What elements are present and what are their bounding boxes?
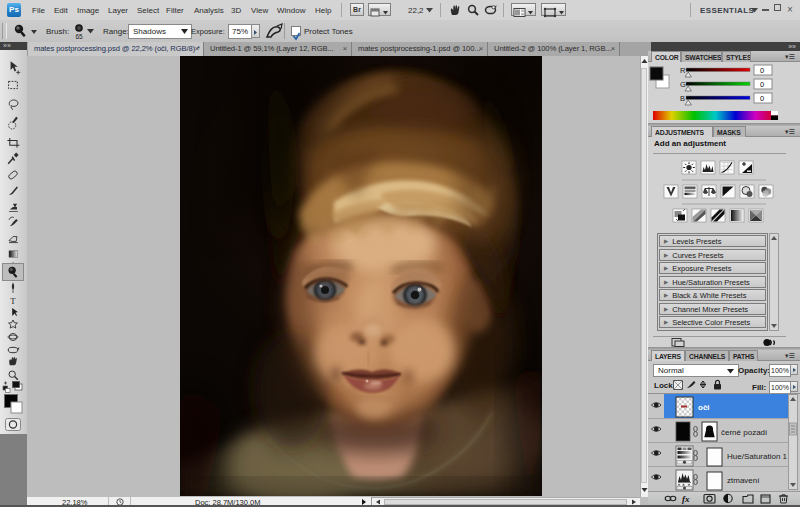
- svg-text:oči: oči: [698, 403, 710, 412]
- svg-text:černé pozadí: černé pozadí: [721, 428, 768, 437]
- svg-text:Hue/Saturation 1: Hue/Saturation 1: [727, 452, 788, 461]
- svg-text:0: 0: [760, 80, 764, 89]
- svg-text:0: 0: [760, 66, 764, 75]
- svg-text:fx: fx: [682, 494, 690, 504]
- svg-text:ztmavení: ztmavení: [727, 476, 760, 485]
- svg-text:R: R: [680, 66, 686, 75]
- svg-text:0: 0: [760, 94, 764, 103]
- svg-text:65: 65: [75, 33, 83, 40]
- svg-text:T: T: [10, 296, 16, 306]
- svg-text:B: B: [680, 94, 685, 103]
- svg-text:G: G: [680, 80, 686, 89]
